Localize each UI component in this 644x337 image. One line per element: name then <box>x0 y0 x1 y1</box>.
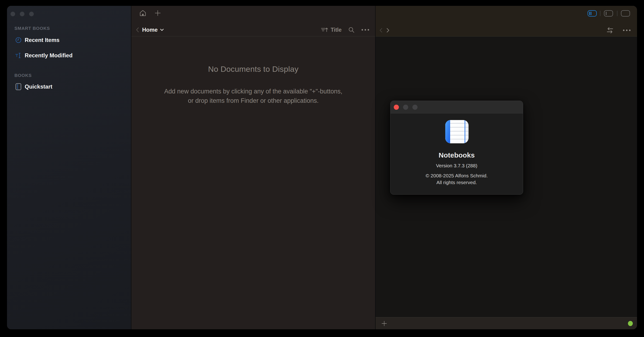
about-version: Version 3.7.3 (288) <box>390 163 523 168</box>
document-list-pane: Home Title <box>132 6 375 329</box>
layout-one-pane-button[interactable] <box>621 10 630 16</box>
more-options-icon[interactable] <box>361 29 370 31</box>
sidebar-item-label: Recently Modified <box>25 52 72 59</box>
text-cursor-icon <box>15 52 22 59</box>
detail-bottom-bar <box>376 317 637 329</box>
section-header-smart-books: SMART BOOKS <box>14 26 50 31</box>
app-window: SMART BOOKS Recent Items <box>7 6 637 329</box>
chevron-down-icon <box>160 28 164 32</box>
sync-status-dot <box>628 321 633 326</box>
sidebar-item-label: Quickstart <box>25 84 52 90</box>
add-document-button[interactable] <box>154 10 161 16</box>
minimize-button[interactable] <box>20 12 24 16</box>
close-button[interactable] <box>10 12 15 16</box>
sidebar-item-label: Recent Items <box>25 37 60 43</box>
sidebar-item-quickstart[interactable]: Quickstart <box>12 81 128 92</box>
add-item-button[interactable] <box>381 320 388 327</box>
empty-state-line1: Add new documents by clicking any of the… <box>132 87 375 96</box>
sidebar-item-recently-modified[interactable]: Recently Modified <box>12 50 128 61</box>
about-dialog: Notebooks Version 3.7.3 (288) © 2008-202… <box>390 101 523 194</box>
about-titlebar <box>390 101 523 114</box>
layout-two-pane-button[interactable] <box>604 10 613 16</box>
toolbar-divider <box>132 36 375 36</box>
zoom-button[interactable] <box>29 12 34 16</box>
layout-three-pane-button[interactable] <box>588 10 597 16</box>
empty-state-title: No Documents to Display <box>132 64 375 74</box>
list-nav-row: Home Title <box>132 24 375 36</box>
desktop: { "colors": { "accent_blue": "#1e87e5", … <box>0 0 644 337</box>
sort-order-button[interactable]: Title <box>321 26 342 33</box>
section-header-books: BOOKS <box>14 73 32 78</box>
minimize-button[interactable] <box>403 105 408 110</box>
search-icon[interactable] <box>348 26 354 33</box>
more-options-icon[interactable] <box>622 29 631 32</box>
empty-state-line2: or drop items from Finder or other appli… <box>132 96 375 105</box>
sort-icon <box>321 26 329 33</box>
breadcrumb-home-dropdown[interactable]: Home <box>142 26 164 33</box>
list-toolbar <box>132 6 375 22</box>
about-app-name: Notebooks <box>390 151 523 159</box>
notebook-icon <box>15 83 22 90</box>
breadcrumb-label: Home <box>142 26 158 33</box>
detail-header <box>376 6 637 36</box>
empty-state: No Documents to Display Add new document… <box>132 64 375 105</box>
nav-back-icon[interactable] <box>379 28 383 33</box>
home-button[interactable] <box>139 9 147 17</box>
notebooks-app-icon <box>445 120 468 143</box>
about-copyright-line1: © 2008-2025 Alfons Schmid. <box>390 172 523 179</box>
nav-forward-icon[interactable] <box>386 28 390 33</box>
sidebar: SMART BOOKS Recent Items <box>7 6 131 329</box>
back-button[interactable] <box>135 27 140 33</box>
layout-separator <box>600 11 600 16</box>
about-copyright-line2: All rights reserved. <box>390 179 523 186</box>
layout-separator <box>617 11 618 16</box>
clock-icon <box>15 36 22 44</box>
close-button[interactable] <box>394 105 399 110</box>
sort-label: Title <box>330 27 342 33</box>
zoom-button[interactable] <box>412 105 418 110</box>
swap-panes-icon[interactable] <box>606 26 614 34</box>
sidebar-item-recent-items[interactable]: Recent Items <box>12 34 128 46</box>
